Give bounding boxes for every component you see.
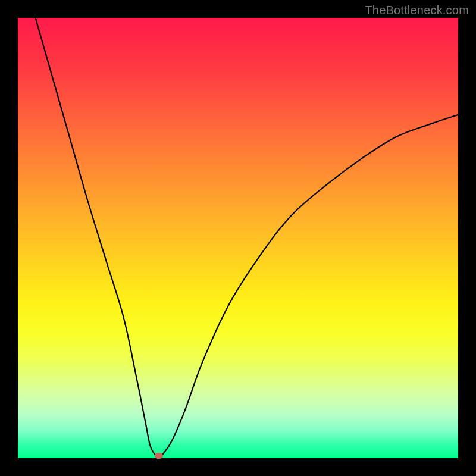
- curve-svg: [18, 18, 458, 458]
- plot-area: [18, 18, 458, 458]
- chart-frame: TheBottleneck.com: [0, 0, 476, 476]
- bottleneck-curve: [36, 18, 458, 458]
- optimal-point-marker: [155, 453, 163, 459]
- watermark-text: TheBottleneck.com: [365, 4, 469, 17]
